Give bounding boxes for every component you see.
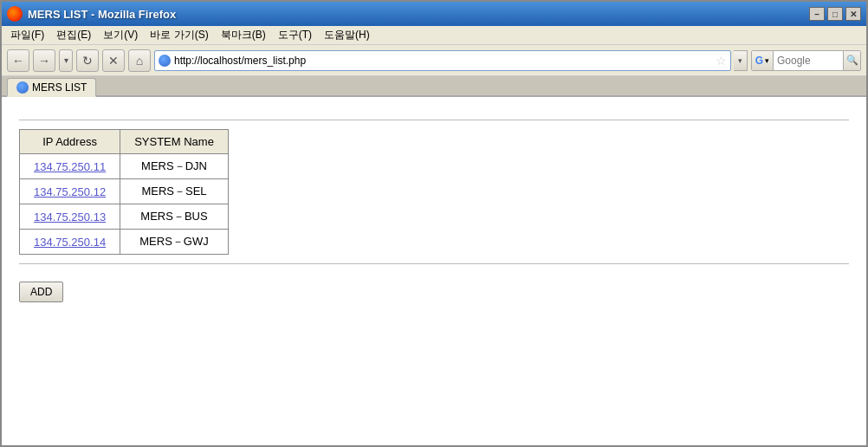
tab-label: MERS LIST [32, 81, 87, 94]
tab-favicon [16, 81, 29, 94]
restore-button[interactable]: □ [827, 7, 843, 21]
address-bar[interactable]: http://localhost/mers_list.php ☆ [154, 50, 731, 71]
address-bar-container: http://localhost/mers_list.php ☆ ▾ [154, 50, 748, 71]
system-name-cell: MERS－SEL [120, 179, 229, 204]
menu-file[interactable]: 파일(F) [5, 26, 49, 44]
site-icon [159, 55, 171, 67]
col-header-ip: IP Address [20, 130, 120, 154]
minimize-button[interactable]: – [809, 7, 825, 21]
ip-cell: 134.75.250.13 [20, 204, 120, 230]
browser-window: MERS LIST - Mozilla Firefox – □ ✕ 파일(F) … [0, 0, 868, 447]
forward-button[interactable]: → [33, 49, 55, 72]
table-row: 134.75.250.11 MERS－DJN [20, 154, 229, 179]
add-button[interactable]: ADD [19, 282, 63, 302]
menu-history[interactable]: 바로 가기(S) [145, 26, 213, 44]
close-button[interactable]: ✕ [845, 7, 861, 21]
reload-button[interactable]: ↻ [76, 49, 99, 72]
ip-link-1[interactable]: 134.75.250.11 [34, 160, 106, 173]
search-input[interactable] [774, 51, 843, 70]
menu-tools[interactable]: 도구(T) [273, 26, 317, 44]
table-row: 134.75.250.12 MERS－SEL [20, 179, 229, 204]
menu-bookmarks[interactable]: 북마크(B) [216, 26, 271, 44]
ip-link-3[interactable]: 134.75.250.13 [34, 211, 106, 224]
back-button[interactable]: ← [7, 49, 29, 72]
ip-cell: 134.75.250.12 [20, 179, 120, 204]
ip-link-4[interactable]: 134.75.250.14 [34, 236, 106, 249]
mers-table: IP Address SYSTEM Name 134.75.250.11 MER… [19, 129, 229, 255]
title-bar-left: MERS LIST - Mozilla Firefox [7, 6, 176, 22]
title-bar-buttons: – □ ✕ [809, 7, 861, 21]
system-name-cell: MERS－BUS [120, 204, 229, 230]
search-engine-dropdown-icon: ▾ [765, 56, 769, 65]
bottom-separator [19, 263, 849, 264]
ip-cell: 134.75.250.14 [20, 230, 120, 255]
system-name-cell: MERS－DJN [120, 154, 229, 179]
bookmark-star-icon[interactable]: ☆ [716, 54, 727, 68]
menu-bar: 파일(F) 편집(E) 보기(V) 바로 가기(S) 북마크(B) 도구(T) … [2, 26, 866, 45]
col-header-name: SYSTEM Name [120, 130, 229, 154]
search-engine-button[interactable]: G ▾ [752, 50, 774, 71]
ip-link-2[interactable]: 134.75.250.12 [34, 185, 106, 198]
table-row: 134.75.250.14 MERS－GWJ [20, 230, 229, 255]
window-title: MERS LIST - Mozilla Firefox [28, 8, 176, 21]
home-button[interactable]: ⌂ [128, 49, 151, 72]
history-dropdown-button[interactable]: ▾ [59, 49, 73, 72]
stop-button[interactable]: ✕ [102, 49, 125, 72]
title-bar: MERS LIST - Mozilla Firefox – □ ✕ [2, 2, 866, 26]
menu-edit[interactable]: 편집(E) [51, 26, 96, 44]
search-bar: G ▾ 🔍 [751, 50, 861, 71]
firefox-icon [7, 6, 23, 22]
menu-view[interactable]: 보기(V) [98, 26, 143, 44]
toolbar: ← → ▾ ↻ ✕ ⌂ http://localhost/mers_list.p… [2, 45, 866, 76]
google-g-icon: G [755, 55, 763, 67]
menu-help[interactable]: 도움말(H) [319, 26, 375, 44]
tab-bar: MERS LIST [2, 76, 866, 97]
system-name-cell: MERS－GWJ [120, 230, 229, 255]
url-dropdown-button[interactable]: ▾ [734, 50, 748, 71]
top-separator [19, 120, 849, 120]
page-content: IP Address SYSTEM Name 134.75.250.11 MER… [2, 97, 866, 445]
ip-cell: 134.75.250.11 [20, 154, 120, 179]
url-text: http://localhost/mers_list.php [174, 55, 712, 67]
table-row: 134.75.250.13 MERS－BUS [20, 204, 229, 230]
search-go-button[interactable]: 🔍 [843, 50, 860, 71]
tab-mers-list[interactable]: MERS LIST [7, 78, 96, 97]
